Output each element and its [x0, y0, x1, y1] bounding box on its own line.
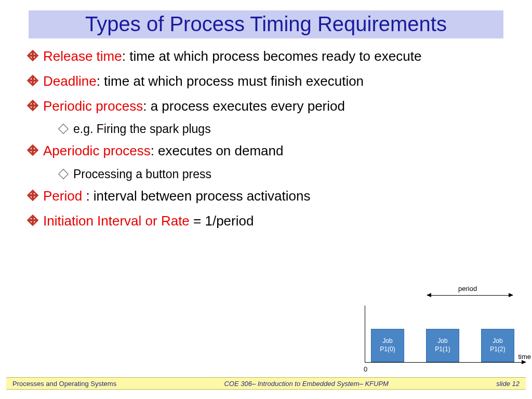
- sub-bullet-icon: [60, 125, 67, 132]
- slide-content: Release time: time at which process beco…: [0, 38, 532, 230]
- bullet-text: Release time: time at which process beco…: [43, 48, 421, 65]
- bullet-item: Period : interval between process activa…: [29, 188, 506, 205]
- bullet-term: Deadline: [43, 73, 97, 89]
- job-label: Job: [482, 337, 514, 345]
- footer-left: Processes and Operating Systems: [12, 380, 116, 388]
- bullet-item: Deadline: time at which process must fin…: [29, 73, 506, 90]
- period-label: period: [458, 285, 477, 292]
- bullet-term: Period: [43, 188, 86, 204]
- bullet-text: Deadline: time at which process must fin…: [43, 73, 364, 90]
- y-axis: [365, 305, 365, 363]
- bullet-icon: [29, 216, 37, 224]
- bullet-rest: = 1/period: [193, 213, 254, 229]
- bullet-item: Periodic process: a process executes eve…: [29, 98, 506, 115]
- bullet-icon: [29, 51, 37, 60]
- sub-bullet-text: Processing a button press: [73, 167, 211, 181]
- job-box: Job P1(2): [481, 329, 514, 362]
- job-box: Job P1(1): [426, 329, 459, 362]
- bullet-icon: [29, 76, 37, 85]
- bullet-text: Period : interval between process activa…: [43, 188, 311, 205]
- job-label: P1(0): [371, 345, 404, 354]
- bullet-rest: : executes on demand: [151, 143, 284, 158]
- time-axis-label: time: [518, 353, 531, 361]
- job-label: P1(1): [427, 345, 459, 354]
- period-diagram: period Job P1(0) Job P1(1) Job P1(2) 0 t…: [360, 285, 531, 373]
- job-label: P1(2): [482, 345, 514, 354]
- slide-title: Types of Process Timing Requirements: [85, 10, 447, 38]
- bullet-item: Release time: time at which process beco…: [29, 48, 506, 65]
- job-box: Job P1(0): [371, 329, 404, 362]
- bullet-term: Release time: [43, 48, 122, 64]
- bullet-term: Periodic process: [43, 98, 143, 114]
- x-axis: [365, 362, 526, 363]
- job-label: Job: [371, 337, 404, 345]
- footer-center: COE 306– Introduction to Embedded System…: [116, 380, 496, 388]
- origin-label: 0: [364, 365, 367, 373]
- period-arrow-icon: [427, 295, 513, 296]
- bullet-icon: [29, 191, 37, 200]
- bullet-icon: [29, 146, 37, 154]
- sub-bullet-item: Processing a button press: [60, 167, 506, 181]
- bullet-icon: [29, 101, 37, 110]
- bullet-rest: : time at which process becomes ready to…: [122, 48, 422, 64]
- footer-right: slide 12: [496, 380, 520, 388]
- bullet-rest: : a process executes every period: [143, 98, 345, 114]
- bullet-text: Aperiodic process: executes on demand: [43, 142, 284, 160]
- bullet-rest: : interval between process activations: [86, 188, 310, 204]
- bullet-term: Initiation Interval or Rate: [43, 213, 193, 229]
- sub-bullet-item: e.g. Firing the spark plugs: [60, 122, 506, 136]
- bullet-item: Aperiodic process: executes on demand: [29, 142, 506, 160]
- slide-footer: Processes and Operating Systems COE 306–…: [6, 377, 526, 390]
- bullet-item: Initiation Interval or Rate = 1/period: [29, 212, 506, 230]
- sub-bullet-icon: [60, 170, 67, 178]
- job-label: Job: [427, 337, 459, 345]
- bullet-text: Initiation Interval or Rate = 1/period: [43, 212, 254, 230]
- bullet-term: Aperiodic process: [43, 143, 151, 158]
- bullet-text: Periodic process: a process executes eve…: [43, 98, 345, 115]
- title-band: Types of Process Timing Requirements: [29, 10, 503, 38]
- bullet-rest: : time at which process must finish exec…: [97, 73, 364, 89]
- sub-bullet-text: e.g. Firing the spark plugs: [73, 122, 211, 136]
